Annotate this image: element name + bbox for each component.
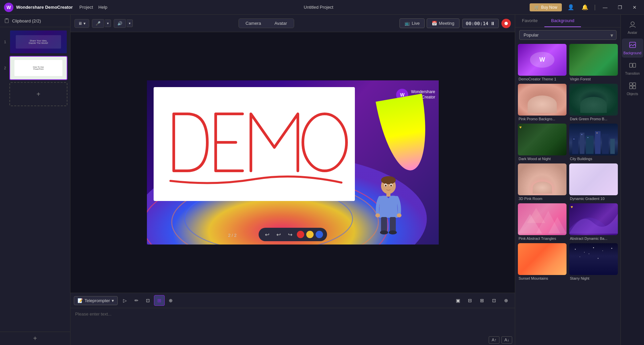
play-tool-button[interactable]: ▷ xyxy=(120,295,130,306)
add-slide-button[interactable]: + xyxy=(9,82,67,106)
mic-button[interactable]: 🎤 xyxy=(92,19,104,28)
undo-button[interactable]: ↩ xyxy=(263,230,272,239)
color-yellow[interactable] xyxy=(306,231,314,238)
bg-item-city-buildings[interactable]: City Buildings xyxy=(569,124,618,161)
clipboard-icon xyxy=(4,18,9,23)
live-button[interactable]: 📺 Live xyxy=(399,18,425,28)
timer-area: 00:00:14 ⏸ xyxy=(462,19,499,28)
bg-img-democreator: W xyxy=(518,44,567,76)
slide-thumbnail-1-inner: Share Your Idea,Dazzle The World! xyxy=(10,30,67,53)
pause-button[interactable]: ⏸ xyxy=(490,21,495,26)
teleprompter-placeholder: Please enter text... xyxy=(75,312,111,317)
meeting-button[interactable]: 📅 Meeting xyxy=(427,18,459,28)
svg-rect-13 xyxy=(386,193,390,197)
layout-4-button[interactable]: ⊡ xyxy=(489,295,499,306)
mic-dropdown-button[interactable]: ▾ xyxy=(105,19,111,27)
record-button[interactable] xyxy=(501,19,511,28)
bg-thumb-dark-green-promo xyxy=(569,84,618,116)
bg-thumb-city-buildings xyxy=(569,124,618,155)
svg-rect-48 xyxy=(630,86,632,89)
bg-label-virgin-forest: Virgin Forest xyxy=(569,77,618,81)
draw-tool-button[interactable]: ⊞ xyxy=(154,295,165,306)
menu-help[interactable]: Help xyxy=(98,5,107,10)
layout-3-button[interactable]: ⊞ xyxy=(477,295,487,306)
account-icon-button[interactable]: 👤 xyxy=(566,2,576,12)
svg-point-42 xyxy=(631,22,634,25)
screen-icon: 🖥 xyxy=(78,21,82,26)
side-icon-background[interactable]: Background xyxy=(622,39,643,58)
camera-button[interactable]: Camera xyxy=(239,19,268,28)
side-icon-objects[interactable]: Objects xyxy=(622,79,643,98)
svg-rect-16 xyxy=(381,217,387,232)
bg-filter-select[interactable]: Popular Abstract Nature Business Holiday xyxy=(519,30,616,40)
screen-tool-button[interactable]: 🖥 ▾ xyxy=(74,19,89,28)
bg-item-democreator[interactable]: W DemoCreator Theme 1 xyxy=(518,44,567,81)
tab-background[interactable]: Background xyxy=(544,15,581,27)
teleprompter-bar: 📝 Teleprompter ▾ ▷ ✏ ⊡ ⊞ ⊕ ▣ ⊟ ⊞ ⊡ xyxy=(70,293,515,345)
bg-img-abstract-dynamic: ♥ xyxy=(569,203,618,235)
titlebar: W Wondershare DemoCreator Project Help U… xyxy=(0,0,644,15)
slide-thumbnail-1[interactable]: Share Your Idea,Dazzle The World! xyxy=(9,30,67,54)
add-clipboard-button[interactable]: + xyxy=(33,335,37,342)
bg-img-pink-promo xyxy=(518,84,567,116)
close-button[interactable]: ✕ xyxy=(629,2,640,13)
stamp-tool-button[interactable]: ⊕ xyxy=(165,295,176,306)
svg-rect-47 xyxy=(633,83,636,85)
svg-rect-20 xyxy=(572,137,578,154)
bg-label-3d-pink-room: 3D Pink Room xyxy=(518,197,567,201)
font-decrease-button[interactable]: A↓ xyxy=(501,336,512,344)
text-tool-button[interactable]: ⊡ xyxy=(143,295,153,306)
bg-item-dark-wood[interactable]: ♥ Dark Wood at Night xyxy=(518,124,567,161)
transition-icon-label: Transition xyxy=(625,72,640,75)
bg-item-pink-promo[interactable]: Pink Promo Backgro... xyxy=(518,84,567,121)
svg-rect-46 xyxy=(630,83,632,85)
notification-icon-button[interactable]: 🔔 xyxy=(580,2,590,12)
layout-1-button[interactable]: ▣ xyxy=(452,295,463,306)
bg-item-virgin-forest[interactable]: Virgin Forest xyxy=(569,44,618,81)
teleprompter-input[interactable]: Please enter text... xyxy=(70,308,515,335)
bg-filter-area: Popular Abstract Nature Business Holiday… xyxy=(515,27,621,43)
buy-now-button[interactable]: 🛒 Buy Now xyxy=(530,3,562,11)
bg-item-3d-pink-room[interactable]: 3D Pink Room xyxy=(518,163,567,201)
color-blue[interactable] xyxy=(316,231,323,238)
bg-item-abstract-dynamic[interactable]: ♥ Abstract Dynamic Ba... xyxy=(569,203,618,240)
side-icon-avatar[interactable]: Avatar xyxy=(622,18,643,37)
pen-tool-button[interactable]: ✏ xyxy=(131,295,142,306)
minimize-button[interactable]: — xyxy=(600,2,610,13)
teleprompter-label[interactable]: 📝 Teleprompter ▾ xyxy=(74,296,118,305)
slide-thumbnail-2[interactable]: How To UsePowerPoint xyxy=(9,56,67,80)
timer-display: 00:00:14 xyxy=(466,21,488,26)
bg-item-sunset[interactable]: Sunset Mountains xyxy=(518,243,567,280)
layout-5-button[interactable]: ⊕ xyxy=(501,295,512,306)
svg-rect-21 xyxy=(580,133,585,154)
avatar-mode-button[interactable]: Avatar xyxy=(268,19,293,28)
audio-button[interactable]: 🔊 xyxy=(114,19,126,28)
svg-point-36 xyxy=(593,247,594,248)
svg-point-38 xyxy=(611,248,612,249)
svg-rect-1 xyxy=(6,18,8,19)
teleprompter-toolbar: 📝 Teleprompter ▾ ▷ ✏ ⊡ ⊞ ⊕ ▣ ⊟ ⊞ ⊡ xyxy=(70,293,515,308)
bg-item-dynamic-gradient[interactable]: Dynamic Gradient 10 xyxy=(569,163,618,201)
bg-item-starry[interactable]: Starry Night xyxy=(569,243,618,280)
tab-favorite[interactable]: Favorite xyxy=(515,15,544,27)
layout-2-button[interactable]: ⊟ xyxy=(465,295,475,306)
meeting-icon: 📅 xyxy=(432,21,437,26)
bg-item-dark-green-promo[interactable]: Dark Green Promo B... xyxy=(569,84,618,121)
font-increase-button[interactable]: A↑ xyxy=(489,336,499,344)
side-icon-transition[interactable]: Transition xyxy=(622,59,643,78)
menu-project[interactable]: Project xyxy=(79,5,93,10)
teleprompter-dropdown-icon: ▾ xyxy=(112,298,114,303)
bg-item-pink-abstract[interactable]: Pink Abstract Triangles xyxy=(518,203,567,240)
left-panel: Clipboard (2/2) 1 Share Your Idea,Dazzle… xyxy=(0,15,70,345)
clear-button[interactable]: ↩ xyxy=(285,230,295,239)
avatar-icon-label: Avatar xyxy=(628,31,637,34)
color-red[interactable] xyxy=(297,231,304,238)
restore-button[interactable]: ❐ xyxy=(614,2,625,13)
clipboard-header: Clipboard (2/2) xyxy=(0,15,70,27)
right-panel-tabs: Favorite Background xyxy=(515,15,621,27)
mic-icon: 🎤 xyxy=(96,21,101,26)
audio-dropdown-button[interactable]: ▾ xyxy=(127,19,133,27)
redo-button[interactable]: ↩ xyxy=(274,230,283,239)
screen-tools-group: 🖥 ▾ xyxy=(74,19,89,28)
bg-label-sunset: Sunset Mountains xyxy=(518,276,567,280)
